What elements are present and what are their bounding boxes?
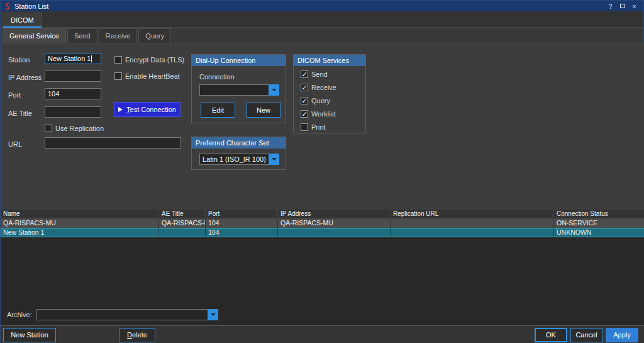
cell-port: 104 — [206, 228, 278, 237]
station-label: Station — [8, 55, 30, 64]
port-label: Port — [8, 91, 21, 99]
dicom-services-group: DICOM Services ✓ Send ✓ Receive ✓ Query … — [293, 54, 366, 133]
archive-combobox[interactable] — [36, 309, 218, 320]
text-caret — [91, 55, 92, 62]
column-header-name[interactable]: Name — [1, 210, 159, 218]
heartbeat-checkbox[interactable]: Enable HeartBeat — [114, 72, 180, 80]
checkbox-box — [114, 56, 122, 64]
checkbox-label: Encrypt Data (TLS) — [125, 56, 184, 64]
port-input[interactable]: 104 — [45, 88, 101, 99]
maximize-icon — [620, 4, 625, 8]
checkbox-box: ✓ — [301, 70, 308, 78]
dicom-services-header: DICOM Services — [294, 55, 365, 66]
ae-title-input[interactable] — [45, 106, 101, 118]
cell-ae-title — [159, 228, 206, 237]
checkbox-box: ✓ — [301, 110, 308, 118]
column-header-connection-status[interactable]: Connection Status — [554, 210, 644, 218]
tab-bar-inner: General Service Send Receive Query — [1, 28, 643, 43]
cell-connection-status: ON-SERVICE — [554, 218, 644, 228]
ip-address-label: IP Address — [8, 73, 42, 82]
tab-send[interactable]: Send — [67, 28, 97, 43]
cell-replication-url — [391, 218, 554, 228]
charset-combobox[interactable]: Latin 1 (ISO_IR 100) — [199, 154, 279, 165]
column-header-port[interactable]: Port — [206, 210, 278, 218]
footer-bar: New Station Delete OK Cancel Apply — [1, 325, 644, 343]
cell-ip-address: QA-RISPACS-MU — [278, 218, 391, 228]
cell-ae-title: QA-RISPACS-MU — [159, 218, 206, 228]
table-header: Name AE Title Port IP Address Replicatio… — [1, 210, 644, 218]
table-row[interactable]: QA-RISPACS-MU QA-RISPACS-MU 104 QA-RISPA… — [1, 218, 644, 228]
service-receive-checkbox[interactable]: ✓ Receive — [301, 83, 336, 91]
table-row-selected[interactable]: New Station 1 104 UNKNOWN — [1, 228, 644, 237]
archive-combobox-value — [36, 309, 208, 320]
port-input-value: 104 — [48, 90, 59, 98]
column-header-ip-address[interactable]: IP Address — [278, 210, 391, 218]
tab-general-service[interactable]: General Service — [3, 28, 66, 43]
service-print-checkbox[interactable]: Print — [301, 123, 326, 131]
checkbox-label: Query — [311, 97, 330, 104]
column-header-replication-url[interactable]: Replication URL — [391, 210, 554, 218]
delete-button-label: Delete — [127, 329, 147, 342]
column-header-ae-title[interactable]: AE Title — [159, 210, 206, 218]
checkbox-box: ✓ — [301, 84, 308, 91]
new-station-button[interactable]: New Station — [3, 328, 56, 342]
tab-bar-outer: DICOM — [1, 11, 643, 28]
use-replication-checkbox[interactable]: Use Replication — [45, 124, 104, 132]
service-worklist-checkbox[interactable]: ✓ Worklist — [301, 110, 336, 118]
general-service-page: Station New Station 1 Encrypt Data (TLS)… — [1, 43, 644, 210]
cell-port: 104 — [206, 218, 278, 228]
connection-dropdown-button[interactable] — [269, 84, 279, 96]
cell-connection-status: UNKNOWN — [554, 228, 644, 237]
edit-connection-button[interactable]: Edit — [201, 103, 235, 118]
checkbox-label: Worklist — [311, 110, 336, 118]
service-query-checkbox[interactable]: ✓ Query — [301, 96, 330, 104]
tab-dicom[interactable]: DICOM — [3, 13, 42, 28]
cancel-button[interactable]: Cancel — [570, 328, 602, 342]
apply-button[interactable]: Apply — [606, 328, 638, 342]
tab-query[interactable]: Query — [138, 28, 171, 43]
checkbox-box — [301, 123, 308, 131]
station-table-panel: Name AE Title Port IP Address Replicatio… — [1, 210, 644, 325]
station-input[interactable]: New Station 1 — [45, 53, 101, 64]
charset-group-header: Preferred Character Set — [192, 137, 286, 149]
charset-dropdown-button[interactable] — [269, 154, 279, 165]
new-connection-button[interactable]: New — [247, 103, 280, 118]
url-input[interactable] — [45, 137, 181, 149]
service-send-checkbox[interactable]: ✓ Send — [301, 70, 328, 78]
play-icon — [118, 107, 123, 112]
help-button[interactable]: ? — [604, 1, 616, 11]
connection-combobox-value — [199, 84, 269, 96]
archive-dropdown-button[interactable] — [208, 309, 218, 320]
checkbox-box — [114, 72, 122, 80]
test-connection-button[interactable]: Test Connection — [114, 102, 180, 117]
titlebar: Station List ? × — [1, 1, 643, 11]
chevron-down-icon — [272, 89, 277, 91]
connection-combobox[interactable] — [199, 84, 279, 96]
tab-receive[interactable]: Receive — [99, 28, 138, 43]
window-title: Station List — [14, 3, 48, 10]
ae-title-label: AE Title — [8, 109, 32, 118]
dialup-group-header: Dial-Up Connection — [192, 55, 286, 66]
chevron-down-icon — [211, 313, 216, 316]
maximize-button[interactable] — [616, 1, 628, 11]
checkbox-box — [45, 125, 52, 132]
checkbox-label: Enable HeartBeat — [125, 72, 180, 80]
station-list-window: Station List ? × DICOM General Service S… — [0, 0, 644, 343]
cell-name: New Station 1 — [1, 228, 159, 237]
window-controls: ? × — [604, 1, 640, 11]
cell-replication-url — [391, 228, 554, 237]
connection-label: Connection — [199, 72, 235, 81]
station-input-value: New Station 1 — [48, 55, 91, 62]
dialup-connection-group: Dial-Up Connection Connection Edit New — [191, 54, 286, 123]
chevron-down-icon — [272, 158, 277, 160]
checkbox-label: Use Replication — [55, 125, 104, 132]
charset-combobox-value: Latin 1 (ISO_IR 100) — [199, 154, 269, 165]
delete-button[interactable]: Delete — [119, 328, 155, 342]
ip-address-input[interactable] — [45, 70, 101, 82]
encrypt-tls-checkbox[interactable]: Encrypt Data (TLS) — [114, 55, 184, 64]
app-icon — [4, 3, 11, 10]
checkbox-box: ✓ — [301, 97, 308, 104]
close-button[interactable]: × — [628, 1, 640, 11]
cell-ip-address — [278, 228, 391, 237]
ok-button[interactable]: OK — [535, 328, 567, 342]
